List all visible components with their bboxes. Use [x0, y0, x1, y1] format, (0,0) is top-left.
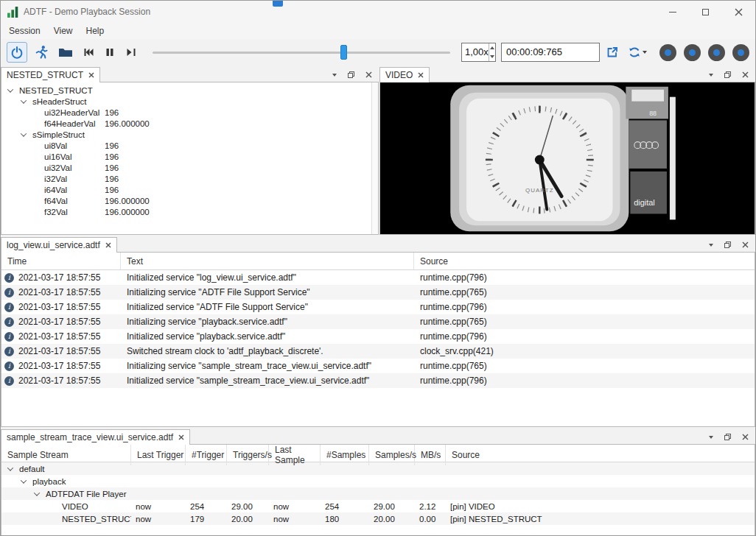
- panel-menu-icon[interactable]: [709, 436, 713, 439]
- log-table-header: Time Text Source: [1, 253, 755, 270]
- tab-close-icon[interactable]: [418, 72, 424, 78]
- tree-row[interactable]: sSimpleStruct: [1, 129, 378, 140]
- pause-button[interactable]: [101, 42, 119, 63]
- tab-close-icon[interactable]: [88, 72, 94, 78]
- speed-combobox[interactable]: 1,00x: [461, 43, 496, 62]
- minimize-button[interactable]: [656, 1, 689, 23]
- log-row[interactable]: i2021-03-17 18:57:55Initialized service …: [1, 329, 755, 344]
- panel-close-icon[interactable]: [365, 71, 372, 78]
- column-header-num-samples[interactable]: #Samples: [321, 445, 369, 465]
- time-display-field[interactable]: 00:00:09:765: [501, 43, 600, 62]
- tab-close-icon[interactable]: [178, 434, 184, 440]
- log-row[interactable]: i2021-03-17 18:57:55Initialized service …: [1, 373, 755, 388]
- vertical-scrollbar[interactable]: [371, 82, 378, 234]
- tab-log-view[interactable]: log_view.ui_service.adtf: [1, 237, 117, 253]
- log-row[interactable]: i2021-03-17 18:57:55Switched stream cloc…: [1, 344, 755, 359]
- trace-stream-row[interactable]: NESTED_STRUCT now 179 20.00 now 180 20.0…: [1, 512, 755, 525]
- skip-to-start-button[interactable]: [80, 42, 97, 63]
- expander-icon[interactable]: [21, 130, 27, 136]
- menu-bar: Session View Help: [1, 23, 755, 39]
- column-header-time[interactable]: Time: [1, 253, 121, 269]
- column-header-mbs[interactable]: MB/s: [415, 445, 446, 465]
- maximize-button[interactable]: [689, 1, 722, 23]
- tree-value: 196: [105, 186, 119, 194]
- tree-row[interactable]: f64HeaderVal196.000000: [1, 118, 378, 129]
- close-button[interactable]: [722, 1, 755, 23]
- speed-up-button[interactable]: [489, 43, 495, 52]
- tree-row[interactable]: sHeaderStruct: [1, 96, 378, 107]
- tree-row[interactable]: i32Val196: [1, 173, 378, 184]
- tree-row[interactable]: ui32HeaderVal196: [1, 107, 378, 118]
- trace-content: Sample Stream Last Trigger #Trigger Trig…: [1, 444, 755, 536]
- tree-label: NESTED_STRUCT: [19, 86, 93, 95]
- log-row[interactable]: i2021-03-17 18:57:55Initializing service…: [1, 359, 755, 373]
- column-header-last-trigger[interactable]: Last Trigger: [131, 445, 186, 465]
- trace-group-row[interactable]: ADTFDAT File Player: [1, 487, 755, 500]
- marker-button-4[interactable]: [732, 44, 749, 61]
- run-button[interactable]: [31, 42, 52, 63]
- expander-icon[interactable]: [21, 97, 27, 103]
- tree-row[interactable]: i64Val196: [1, 184, 378, 195]
- panel-menu-icon[interactable]: [709, 74, 713, 77]
- marker-button-3[interactable]: [708, 44, 725, 61]
- menu-session[interactable]: Session: [2, 24, 47, 38]
- tree-row[interactable]: ui16Val196: [1, 151, 378, 162]
- panel-close-icon[interactable]: [742, 434, 749, 440]
- column-header-samples-s[interactable]: Samples/s: [369, 445, 415, 465]
- panel-close-icon[interactable]: [742, 241, 749, 248]
- marker-button-2[interactable]: [684, 44, 701, 61]
- log-row[interactable]: i2021-03-17 18:57:55Initializing service…: [1, 314, 755, 329]
- float-panel-icon[interactable]: [724, 433, 732, 441]
- tab-trace-view[interactable]: sample_stream_trace_view.ui_service.adtf: [1, 429, 190, 445]
- power-toggle-button[interactable]: [7, 42, 27, 63]
- tree-row[interactable]: ui32Val196: [1, 162, 378, 173]
- slider-track[interactable]: [153, 52, 450, 54]
- info-icon: i: [4, 273, 14, 283]
- column-header-text[interactable]: Text: [121, 253, 414, 269]
- tab-close-icon[interactable]: [105, 242, 111, 248]
- log-row[interactable]: i2021-03-17 18:57:55Initializing service…: [1, 285, 755, 300]
- playback-slider-handle[interactable]: [340, 45, 347, 60]
- panel-menu-icon[interactable]: [332, 74, 337, 77]
- tree-value: 196.000000: [105, 119, 150, 128]
- column-header-triggers-s[interactable]: Triggers/s: [227, 445, 269, 465]
- tab-video[interactable]: VIDEO: [379, 67, 430, 82]
- column-header-stream[interactable]: Sample Stream: [1, 445, 131, 465]
- marker-button-1[interactable]: [659, 44, 676, 61]
- detach-view-button[interactable]: [603, 42, 621, 63]
- trace-group-row[interactable]: playback: [1, 475, 755, 487]
- expander-icon[interactable]: [7, 86, 13, 92]
- trace-stream-row[interactable]: VIDEO now 254 29.00 now 254 29.00 2.12 […: [1, 500, 755, 512]
- loop-mode-button[interactable]: [625, 42, 650, 63]
- log-row[interactable]: i2021-03-17 18:57:55Initialized service …: [1, 300, 755, 314]
- tree-row[interactable]: f32Val196.000000: [1, 206, 378, 217]
- menu-view[interactable]: View: [47, 24, 80, 38]
- float-panel-icon[interactable]: [347, 71, 355, 79]
- expander-icon[interactable]: [21, 477, 27, 483]
- panel-menu-icon[interactable]: [709, 244, 713, 247]
- playback-toolbar: 1,00x 00:00:09:765: [1, 39, 755, 66]
- open-session-button[interactable]: [55, 42, 76, 63]
- float-panel-icon[interactable]: [724, 241, 732, 249]
- close-icon: [735, 8, 743, 16]
- menu-help[interactable]: Help: [80, 24, 111, 38]
- column-header-source[interactable]: Source: [446, 445, 755, 465]
- log-row[interactable]: i2021-03-17 18:57:55Initialized service …: [1, 270, 755, 285]
- tree-row[interactable]: ui8Val196: [1, 140, 378, 151]
- tree-row[interactable]: NESTED_STRUCT: [1, 85, 378, 96]
- expander-icon[interactable]: [7, 465, 13, 470]
- skip-to-end-button[interactable]: [122, 42, 140, 63]
- log-tabbar: log_view.ui_service.adtf: [1, 236, 755, 252]
- playback-slider[interactable]: [153, 42, 450, 63]
- panel-close-icon[interactable]: [742, 71, 749, 78]
- speed-down-button[interactable]: [489, 52, 495, 61]
- repeat-icon: [628, 46, 641, 59]
- expander-icon[interactable]: [34, 490, 40, 496]
- float-panel-icon[interactable]: [724, 71, 732, 79]
- column-header-last-sample[interactable]: Last Sample: [269, 445, 321, 465]
- tab-nested-struct[interactable]: NESTED_STRUCT: [1, 67, 100, 82]
- spin-up-icon: [490, 46, 494, 49]
- column-header-num-trigger[interactable]: #Trigger: [186, 445, 227, 465]
- tree-row[interactable]: f64Val196.000000: [1, 195, 378, 206]
- column-header-source[interactable]: Source: [414, 253, 755, 269]
